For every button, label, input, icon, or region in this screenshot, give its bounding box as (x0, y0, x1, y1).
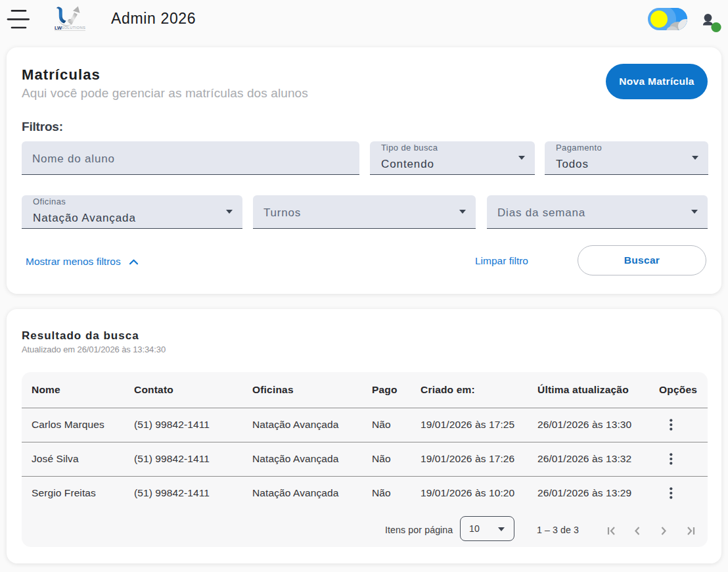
svg-text:SOLUTIONS: SOLUTIONS (62, 26, 86, 30)
